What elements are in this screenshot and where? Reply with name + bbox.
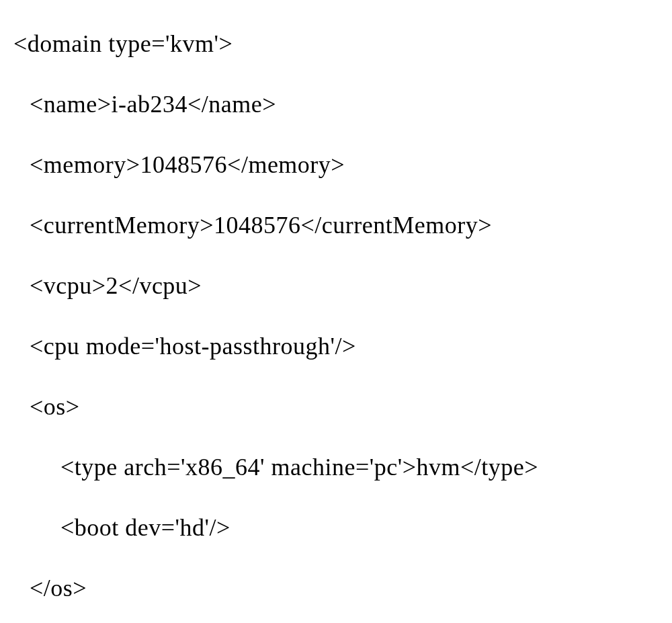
xml-line-current-memory: <currentMemory>1048576</currentMemory> <box>13 195 659 255</box>
xml-line-name: <name>i-ab234</name> <box>13 74 659 134</box>
xml-line-vcpu: <vcpu>2</vcpu> <box>13 255 659 316</box>
xml-line-memory: <memory>1048576</memory> <box>13 134 659 195</box>
xml-line-boot: <boot dev='hd'/> <box>13 497 659 558</box>
xml-line-os-close: </os> <box>13 558 659 618</box>
xml-line-os-open: <os> <box>13 376 659 437</box>
xml-line-type: <type arch='x86_64' machine='pc'>hvm</ty… <box>13 437 659 497</box>
xml-line-domain-open: <domain type='kvm'> <box>13 13 659 74</box>
xml-line-cpu: <cpu mode='host-passthrough'/> <box>13 316 659 376</box>
